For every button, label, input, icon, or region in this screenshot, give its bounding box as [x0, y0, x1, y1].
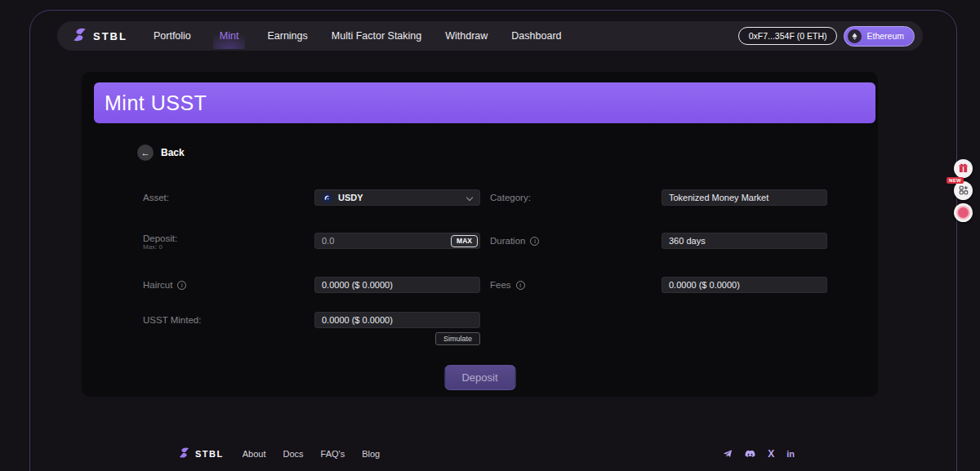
wallet-address-button[interactable]: 0xF7...354F (0 ETH)	[738, 27, 838, 45]
form-row-usst-minted: USST Minted: 0.0000 ($ 0.0000) Simulate	[143, 312, 845, 345]
fees-value-field: 0.0000 ($ 0.0000)	[662, 277, 827, 293]
duration-value-field: 360 days	[662, 233, 827, 249]
haircut-info-icon[interactable]	[177, 281, 186, 290]
usst-minted-value-field: 0.0000 ($ 0.0000)	[314, 312, 480, 328]
x-twitter-icon[interactable]: X	[768, 448, 774, 460]
form-row-haircut-fees: Haircut 0.0000 ($ 0.0000) Fees 0.0000 ($…	[143, 277, 845, 293]
stbl-logo-icon	[72, 27, 87, 46]
deposit-input-wrap: MAX	[314, 233, 480, 249]
back-label: Back	[161, 147, 185, 158]
footer-link-about[interactable]: About	[243, 449, 266, 459]
network-selector-button[interactable]: Ethereum	[844, 26, 915, 47]
nav-item-dashboard[interactable]: Dashboard	[510, 23, 563, 49]
usst-minted-stack: 0.0000 ($ 0.0000) Simulate	[314, 312, 480, 345]
asset-selected-value: USDY	[338, 190, 363, 205]
collections-widget-button[interactable]: NEW	[954, 181, 973, 200]
asset-label: Asset:	[143, 189, 314, 206]
deposit-label: Deposit:	[143, 233, 314, 244]
form-row-deposit-duration: Deposit: Max: 0 MAX Duration 360 days	[143, 233, 845, 251]
nav-item-withdraw[interactable]: Withdraw	[443, 23, 489, 49]
mint-card: Mint USST Back Asset: USDY Category: Tok…	[82, 72, 878, 397]
footer-socials: X in	[723, 448, 795, 460]
footer-link-docs[interactable]: Docs	[283, 449, 303, 459]
fees-label-group: Fees	[480, 277, 662, 293]
back-arrow-icon	[137, 144, 154, 161]
new-badge: NEW	[947, 177, 964, 184]
footer-link-blog[interactable]: Blog	[362, 449, 380, 459]
fees-info-icon[interactable]	[516, 281, 525, 290]
telegram-icon[interactable]	[723, 449, 733, 459]
usdy-token-icon	[322, 193, 332, 203]
grid-plus-icon	[959, 184, 969, 198]
max-button[interactable]: MAX	[451, 235, 478, 247]
page-title: Mint USST	[105, 91, 207, 115]
partner-logo-icon	[956, 206, 970, 220]
mint-form: Asset: USDY Category: Tokenized Money Ma…	[143, 189, 845, 345]
haircut-label-group: Haircut	[143, 277, 314, 293]
linkedin-icon[interactable]: in	[786, 449, 795, 459]
footer-stbl-logo-icon	[178, 447, 190, 462]
discord-icon[interactable]	[745, 450, 755, 459]
asset-select[interactable]: USDY	[314, 189, 480, 206]
back-button[interactable]: Back	[137, 144, 185, 161]
duration-label: Duration	[490, 233, 525, 249]
brand-logo[interactable]: STBL	[72, 27, 127, 46]
footer-brand-name: STBL	[195, 449, 224, 459]
nav-links: Portfolio Mint Earnings Multi Factor Sta…	[152, 23, 564, 49]
partner-logo-widget-button[interactable]	[954, 203, 973, 222]
usst-minted-label: USST Minted:	[143, 312, 314, 328]
deposit-label-group: Deposit: Max: 0	[143, 233, 314, 251]
footer: STBL About Docs FAQ's Blog X in	[82, 442, 878, 465]
network-name: Ethereum	[866, 31, 904, 41]
duration-label-group: Duration	[480, 233, 662, 249]
gift-icon	[958, 162, 969, 176]
footer-link-faqs[interactable]: FAQ's	[321, 449, 345, 459]
nav-item-multi-factor-staking[interactable]: Multi Factor Staking	[330, 23, 423, 49]
nav-item-mint[interactable]: Mint	[213, 23, 246, 49]
footer-links: About Docs FAQ's Blog	[243, 449, 380, 459]
brand-name: STBL	[93, 30, 127, 42]
category-value-field: Tokenized Money Market	[662, 189, 827, 206]
nav-item-earnings[interactable]: Earnings	[265, 23, 309, 49]
side-widgets: NEW	[954, 159, 973, 222]
form-row-asset-category: Asset: USDY Category: Tokenized Money Ma…	[143, 189, 845, 206]
footer-brand: STBL	[178, 447, 224, 462]
haircut-label: Haircut	[143, 277, 172, 293]
fees-label: Fees	[490, 277, 511, 293]
chevron-down-icon	[466, 194, 473, 201]
duration-info-icon[interactable]	[530, 237, 539, 246]
gift-widget-button[interactable]	[954, 159, 973, 178]
haircut-value-field: 0.0000 ($ 0.0000)	[314, 277, 480, 293]
ethereum-icon	[848, 29, 862, 43]
deposit-button[interactable]: Deposit	[444, 365, 515, 390]
simulate-button[interactable]: Simulate	[435, 332, 480, 345]
category-label: Category:	[480, 189, 662, 206]
deposit-max-note: Max: 0	[143, 243, 314, 251]
top-nav: STBL Portfolio Mint Earnings Multi Facto…	[57, 21, 923, 51]
nav-item-portfolio[interactable]: Portfolio	[152, 23, 193, 49]
page-title-banner: Mint USST	[94, 82, 875, 123]
